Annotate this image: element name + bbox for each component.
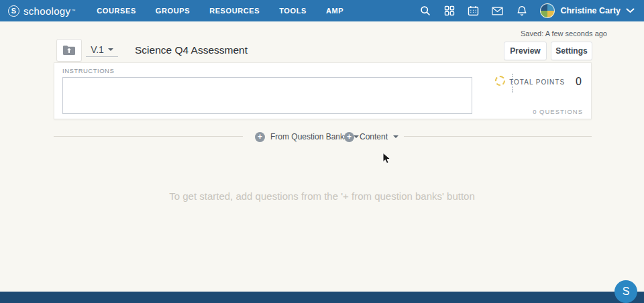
page-title: Science Q4 Assessment — [135, 44, 248, 56]
version-selector[interactable]: V.1 — [86, 42, 118, 57]
divider-line-right — [404, 136, 592, 137]
saved-status: Saved: A few seconds ago — [521, 29, 607, 38]
schoology-logo[interactable]: S schoology ™ — [8, 5, 75, 17]
nav-item-courses[interactable]: COURSES — [97, 7, 136, 15]
settings-button[interactable]: Settings — [551, 42, 592, 60]
total-points: TOTAL POINTS 0 — [509, 76, 582, 88]
nav-item-tools[interactable]: TOOLS — [279, 7, 307, 15]
calendar-icon[interactable] — [468, 5, 479, 17]
search-icon[interactable] — [419, 5, 431, 17]
trademark-mark: ™ — [71, 9, 75, 13]
plus-circle-icon: + — [344, 132, 354, 142]
support-chat-button[interactable]: S — [614, 280, 637, 303]
folder-up-icon — [62, 45, 76, 56]
total-points-label: TOTAL POINTS — [509, 78, 565, 86]
add-content-button[interactable]: + Content — [344, 131, 398, 143]
caret-down-icon — [393, 135, 398, 138]
sync-spinner-icon — [495, 76, 505, 86]
questions-count: 0 QUESTIONS — [533, 108, 583, 115]
navbar-right: Christine Carty — [419, 3, 635, 18]
caret-down-icon — [108, 48, 113, 51]
user-menu[interactable]: Christine Carty — [540, 3, 635, 18]
nav-item-amp[interactable]: AMP — [326, 7, 343, 15]
back-to-folder-button[interactable] — [56, 39, 82, 62]
apps-grid-icon[interactable] — [443, 5, 455, 17]
bell-icon[interactable] — [516, 5, 527, 17]
total-points-value: 0 — [576, 76, 582, 88]
schoology-s-icon: S — [8, 5, 19, 17]
preview-button[interactable]: Preview — [504, 42, 547, 60]
brand-name: schoology — [23, 5, 70, 17]
content-label: Content — [360, 132, 388, 141]
instructions-label: INSTRUCTIONS — [62, 67, 114, 74]
avatar — [540, 3, 555, 18]
add-from-question-banks-button[interactable]: + From Question Banks — [255, 131, 359, 143]
version-label: V.1 — [91, 44, 104, 55]
chevron-down-icon — [626, 8, 635, 13]
plus-circle-icon: + — [255, 132, 265, 142]
mail-icon[interactable] — [492, 5, 503, 17]
primary-nav: COURSES GROUPS RESOURCES TOOLS AMP — [97, 7, 343, 15]
footer-bar — [0, 292, 644, 303]
user-name: Christine Carty — [560, 6, 621, 15]
top-navbar: S schoology ™ COURSES GROUPS RESOURCES T… — [0, 0, 644, 21]
assessment-summary-panel: INSTRUCTIONS TOTAL POINTS 0 0 QUESTIONS — [54, 62, 592, 119]
mouse-cursor — [382, 152, 391, 164]
instructions-input[interactable] — [62, 77, 472, 114]
from-question-banks-label: From Question Banks — [270, 132, 348, 141]
empty-state-message: To get started, add questions from the '… — [0, 190, 644, 202]
divider-line-left — [54, 136, 243, 137]
nav-item-groups[interactable]: GROUPS — [156, 7, 190, 15]
assessment-editor-page: S schoology ™ COURSES GROUPS RESOURCES T… — [0, 0, 644, 303]
nav-item-resources[interactable]: RESOURCES — [209, 7, 260, 15]
